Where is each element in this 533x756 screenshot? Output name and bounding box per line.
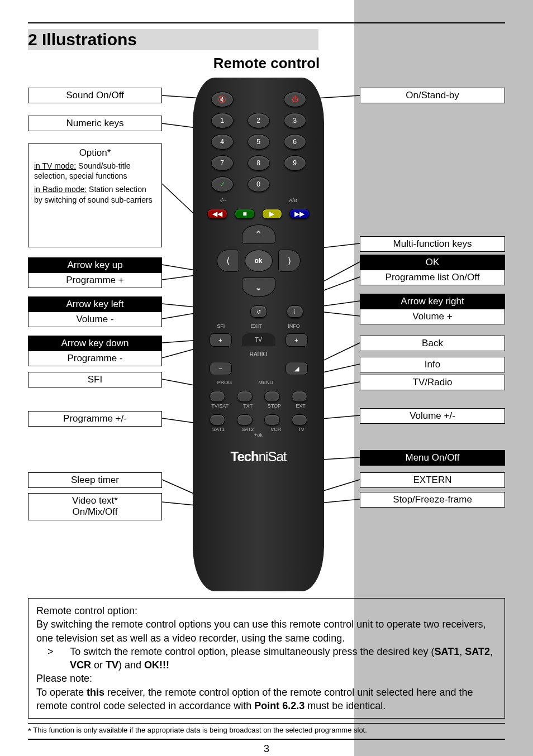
arrow-up-button[interactable]: ⌃ (242, 224, 275, 244)
sat2-label: SAT2 (241, 427, 254, 432)
desc-bullet: > To switch the remote control option, p… (36, 645, 497, 672)
red-key[interactable]: ◀◀ (207, 209, 227, 219)
txt-label: TXT (243, 403, 253, 409)
sfi-label: SFI (217, 323, 225, 329)
ext-button[interactable] (292, 391, 307, 402)
tvsat-label: TV/SAT (211, 403, 229, 409)
ab-label: A/B (289, 198, 297, 203)
label-info: Info (360, 357, 505, 372)
label-volume-plus: Volume + (360, 309, 505, 324)
num-4-button[interactable]: 4 (211, 134, 234, 150)
label-arrow-left: Arrow key left (28, 296, 162, 312)
num-7-button[interactable]: 7 (211, 155, 234, 171)
prog-label: PROG (217, 380, 232, 385)
arrow-left-button[interactable]: ⟨ (217, 250, 239, 272)
tvsat-button[interactable] (210, 391, 225, 402)
sat2-button[interactable] (237, 414, 253, 425)
info-button[interactable]: i (287, 305, 303, 318)
stop-button[interactable] (264, 391, 280, 402)
arrow-right-button[interactable]: ⟩ (278, 250, 301, 272)
info-label: INFO (288, 323, 300, 329)
sat1-button[interactable] (210, 414, 225, 425)
power-button[interactable]: ⏻ (284, 92, 306, 107)
label-sound-onoff: Sound On/Off (28, 88, 162, 103)
label-option: Option* in TV mode: Sound/sub-title sele… (28, 143, 162, 247)
label-on-standby: On/Stand-by (360, 88, 505, 103)
num-0-button[interactable]: 0 (248, 176, 270, 192)
num-1-button[interactable]: 1 (211, 113, 234, 128)
ext-label: EXT (296, 403, 306, 409)
remote-diagram: 🔇 ⏻ 1 2 3 4 5 6 7 8 9 (28, 78, 505, 591)
desc-please-note: Please note: (36, 672, 497, 685)
label-menu-onoff: Menu On/Off (360, 450, 505, 466)
loop-button[interactable]: ↺ (250, 305, 267, 318)
label-multifunction-keys: Multi-function keys (360, 236, 505, 252)
label-back: Back (360, 336, 505, 351)
label-tvradio: TV/Radio (360, 375, 505, 390)
sat1-label: SAT1 (212, 427, 225, 432)
rule-top (28, 22, 505, 23)
label-arrow-right: Arrow key right (360, 294, 505, 309)
label-programme-list: Programme list On/Off (360, 270, 505, 285)
num-3-button[interactable]: 3 (284, 113, 306, 128)
label-sfi: SFI (28, 372, 162, 387)
plusok-label: +ok (254, 432, 263, 438)
tv-button[interactable] (292, 414, 307, 425)
menu-label: MENU (259, 380, 274, 385)
ok-button[interactable]: ok (245, 250, 273, 272)
brand-logo: TechniSat (204, 449, 313, 465)
rule-bottom (28, 739, 505, 740)
label-sleep-timer: Sleep timer (28, 472, 162, 488)
label-arrow-up: Arrow key up (28, 257, 162, 273)
label-videotext: Video text* On/Mix/Off (28, 493, 162, 520)
label-volume-minus: Volume - (28, 312, 162, 327)
label-numeric-keys: Numeric keys (28, 116, 162, 131)
label-ok: OK (360, 255, 505, 270)
yellow-key[interactable]: ▶ (262, 209, 282, 219)
diagram-title: Remote control (121, 55, 412, 72)
num-6-button[interactable]: 6 (284, 134, 306, 150)
check-button[interactable]: ✓ (211, 176, 234, 192)
label-programme-minus: Programme - (28, 351, 162, 366)
description-box: Remote control option: By switching the … (28, 598, 505, 719)
mute-button[interactable]: 🔇 (211, 92, 234, 107)
label-programme-plusminus: Programme +/- (28, 411, 162, 427)
prog-plus-button[interactable]: + (210, 333, 232, 347)
prog-minus-button[interactable]: − (210, 362, 232, 375)
num-5-button[interactable]: 5 (248, 134, 270, 150)
num-2-button[interactable]: 2 (248, 113, 270, 128)
vcr-label: VCR (270, 427, 281, 432)
blue-key[interactable]: ▶▶ (289, 209, 310, 219)
num-8-button[interactable]: 8 (248, 155, 270, 171)
section-heading: 2 Illustrations (28, 29, 318, 50)
green-key[interactable]: ■ (235, 209, 255, 219)
desc-heading: Remote control option: (36, 604, 497, 618)
stopbtn-label: STOP (268, 403, 281, 409)
txt-button[interactable] (237, 391, 253, 402)
num-9-button[interactable]: 9 (284, 155, 306, 171)
tv-label: TV (242, 333, 275, 346)
vol-plus-button[interactable]: + (285, 333, 308, 347)
label-programme-plus: Programme + (28, 272, 162, 288)
label-stop-freezeframe: Stop/Freeze-frame (360, 492, 505, 508)
vol-minus-button[interactable]: ◢ (285, 362, 308, 375)
desc-note-body: To operate this receiver, the remote con… (36, 686, 497, 713)
radio-label: RADIO (242, 351, 275, 357)
label-extern: EXTERN (360, 472, 505, 488)
label-arrow-down: Arrow key down (28, 336, 162, 351)
label-volume-plusminus: Volume +/- (360, 408, 505, 424)
remote-control-body: 🔇 ⏻ 1 2 3 4 5 6 7 8 9 (193, 78, 324, 591)
footnote: * This function is only available if the… (28, 723, 505, 735)
minus-label: -/-- (220, 198, 226, 203)
tv-device-label: TV (298, 427, 304, 432)
exit-label: EXIT (251, 323, 262, 329)
arrow-down-button[interactable]: ⌄ (242, 277, 275, 297)
vcr-button[interactable] (264, 414, 280, 425)
page-number: 3 (28, 743, 505, 755)
desc-p1: By switching the remote control options … (36, 618, 497, 645)
